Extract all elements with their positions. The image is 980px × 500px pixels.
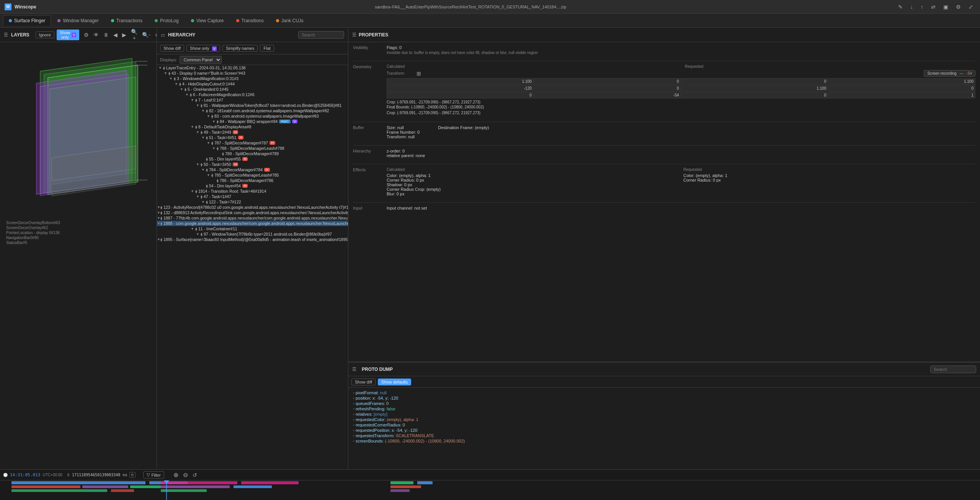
displays-select[interactable]: Common Panel [180, 56, 222, 64]
input-channel: Input channel: not set [387, 206, 427, 210]
tree-item-23[interactable]: ▼⧫1914 - Transition Root: Task=46#1914 [157, 189, 348, 194]
tree-item-5[interactable]: ▼⧫6 - FullscreenMagnification:0:12#6 [157, 92, 348, 97]
tree-item-14[interactable]: ▼⧫787 - SplitDecorManager#787H [157, 140, 348, 146]
buffer-label: Buffer [353, 125, 384, 139]
window-button[interactable]: ▣ [941, 2, 951, 11]
proto-search-input[interactable] [930, 366, 976, 373]
simplify-names-button[interactable]: Simplify names [222, 45, 258, 52]
tree-item-12[interactable]: ▼⧫49 - Task=2#49H [157, 130, 348, 135]
hierarchy-content[interactable]: ▼⧫LayerTraceEntry - 2024-03-31, 14:31:05… [157, 65, 348, 469]
tree-item-16[interactable]: ⧫789 - SplitDecorManager#789 [157, 151, 348, 156]
displays-label: Displays: [160, 57, 177, 62]
tree-item-8[interactable]: ▼⧫82 - 181eabf com.android.systemui.wall… [157, 108, 348, 113]
tab-label-surface-flinger: Surface Flinger [14, 18, 45, 23]
tree-item-9[interactable]: ▼⧫83 - com.android.systemui.wallpapers.I… [157, 113, 348, 119]
tree-item-19[interactable]: ▼⧫784 - SplitDecorManager#784H [157, 167, 348, 172]
tree-item-22[interactable]: ⧫54 - Dim layer#54H [157, 183, 348, 189]
tree-item-32[interactable]: ▼⧫1895 - Surface{name=3baac60 InputMetho… [157, 237, 348, 242]
tree-item-31[interactable]: ▼⧫97 - WindowToken{7f78b6b type=2011 and… [157, 231, 348, 237]
tree-item-27[interactable]: ▼⧫132 - d886913 ActivityRecordInputSink … [157, 210, 348, 215]
tree-icon-21: ⧫ [217, 179, 219, 183]
proto-icon: ☰ [352, 367, 356, 372]
tree-text-14: 787 - SplitDecorManager#787 [214, 141, 268, 145]
tree-item-20[interactable]: ▼⧫785 - SplitDecorManagerLeash#785 [157, 172, 348, 178]
settings-layers-button[interactable]: ⚙ [82, 28, 90, 42]
download-button[interactable]: ↓ [908, 2, 915, 11]
tree-item-1[interactable]: ▼⧫43 - Display 0 name="Built-in Screen"#… [157, 70, 348, 76]
mc-5: 0 [534, 85, 681, 92]
tree-item-29[interactable]: ▼⧫1888 - com.google.android.apps.nexusla… [157, 221, 348, 226]
tree-item-21[interactable]: ⧫786 - SplitDecorManager#786 [157, 178, 348, 183]
tree-item-0[interactable]: ▼⧫LayerTraceEntry - 2024-03-31, 14:31:05… [157, 65, 348, 70]
tree-icon-3: ⧫ [179, 82, 181, 86]
copy-ns-button[interactable]: ⎘ [129, 472, 136, 478]
tab-surface-flinger[interactable]: Surface Flinger [3, 15, 51, 26]
properties-title: PROPERTIES [359, 32, 388, 38]
tab-window-manager[interactable]: Window Manager [52, 15, 104, 26]
tab-jank-cujs[interactable]: Jank CUJs [270, 15, 309, 26]
svg-rect-13 [11, 485, 80, 488]
proto-show-defaults-button[interactable]: Show defaults [378, 379, 411, 385]
svg-rect-16 [11, 489, 107, 492]
show-only-button[interactable]: Show only V [57, 30, 80, 40]
tab-transactions[interactable]: Transactions [105, 15, 148, 26]
layers-icon: ☰ [4, 32, 8, 38]
zoom-in-timeline[interactable]: ⊕ [172, 470, 180, 479]
tab-transitions[interactable]: Transitions [230, 15, 270, 26]
input-row: Input Input channel: not set [353, 206, 975, 210]
tree-item-25[interactable]: ▼⧫122 - Task=7#122 [157, 199, 348, 205]
svg-rect-23 [390, 481, 413, 484]
timeline-track[interactable] [0, 480, 980, 500]
tree-item-18[interactable]: ▼⧫50 - Task=3#50H [157, 162, 348, 167]
effects-content: Calculated Color: (empty), alpha: 1 Corn… [387, 167, 975, 196]
tab-view-capture[interactable]: View Capture [185, 15, 230, 26]
swap-button[interactable]: ⇄ [929, 2, 938, 11]
proto-item-8: requestedTransform: SCALETRANSLATE [353, 433, 975, 438]
tab-dot-transitions [236, 19, 239, 22]
tree-item-13[interactable]: ▼⧫51 - Task=4#51H [157, 135, 348, 140]
refresh-timeline[interactable]: ↺ [191, 471, 199, 479]
tree-item-24[interactable]: ▼⧫47 - Task=1#47 [157, 194, 348, 199]
tab-label-jank-cujs: Jank CUJs [281, 18, 304, 23]
badge-h-13: H [238, 136, 244, 139]
tree-item-2[interactable]: ▼⧫3 - WindowedMagnification:0:31#3 [157, 76, 348, 81]
pause-button[interactable]: ⏸ [102, 28, 110, 42]
zoom-out-timeline[interactable]: ⊖ [181, 470, 189, 479]
flat-button[interactable]: Flat [260, 45, 274, 52]
edit-button[interactable]: ✎ [896, 2, 905, 11]
proto-show-diff-button[interactable]: Show diff [351, 379, 376, 385]
tree-text-32: 1895 - Surface{name=3baac60 InputMethod}… [163, 237, 348, 242]
tree-item-11[interactable]: ▼⧫8 - DefaultTaskDisplayArea#8 [157, 124, 348, 130]
ignore-button[interactable]: Ignore [36, 31, 54, 38]
tree-item-3[interactable]: ▼⧫4 - HideDisplayCutout:0:1#44 [157, 81, 348, 87]
zoom-out-layers-button[interactable]: 🔍- [140, 28, 152, 42]
show-only-hier-button[interactable]: Show only V [186, 45, 220, 52]
arrow-right-button[interactable]: ▶ [121, 28, 128, 42]
tree-item-28[interactable]: ▼⧫1887 - 77fdc4b com.google.android.apps… [157, 215, 348, 221]
color-calc: Color: (empty), alpha: 1 [387, 173, 679, 178]
tree-item-15[interactable]: ▼⧫788 - SplitDecorManagerLeash#788 [157, 146, 348, 151]
expand-button[interactable]: ⤢ [966, 2, 975, 11]
zoom-in-layers-button[interactable]: 🔍+ [129, 28, 139, 42]
tree-item-7[interactable]: ▼⧫81 - WallpaperWindowToken{fcfbcd7 toke… [157, 103, 348, 108]
badge-hwc-10: HWC [279, 120, 291, 123]
tree-item-26[interactable]: ▼⧫123 - ActivityRecord{4788c02 u0 com.go… [157, 205, 348, 210]
svg-rect-18 [161, 481, 237, 484]
transform-label: Transform: [387, 71, 413, 75]
hierarchy-search-input[interactable] [298, 31, 344, 39]
tree-item-10[interactable]: ▼⧫84 - Wallpaper BBQ wrapper#84HWCV [157, 119, 348, 124]
tree-item-30[interactable]: ▼⧫11 - ImeContainer#11 [157, 226, 348, 231]
arrow-left-button[interactable]: ◀ [112, 28, 119, 42]
eye-button[interactable]: 👁 [92, 28, 100, 42]
tree-item-17[interactable]: ⧫55 - Dim layer#55H [157, 156, 348, 162]
tab-protolog[interactable]: ProtoLog [149, 15, 185, 26]
tree-item-6[interactable]: ▼⧫7 - Leaf:0:1#7 [157, 97, 348, 103]
upload-button[interactable]: ↑ [918, 2, 926, 11]
settings-button[interactable]: ⚙ [954, 2, 963, 11]
main-area: ☰ LAYERS Ignore Show only V ⚙ 👁 ⏸ ◀ ▶ 🔍+… [0, 28, 980, 469]
show-diff-button[interactable]: Show diff [160, 45, 184, 52]
tab-dot-surface-flinger [9, 19, 12, 22]
filter-button[interactable]: ▽ Filter [143, 471, 164, 479]
tab-label-window-manager: Window Manager [63, 18, 98, 23]
tree-item-4[interactable]: ▼⧫5 - OneHanded:0:1#45 [157, 87, 348, 92]
